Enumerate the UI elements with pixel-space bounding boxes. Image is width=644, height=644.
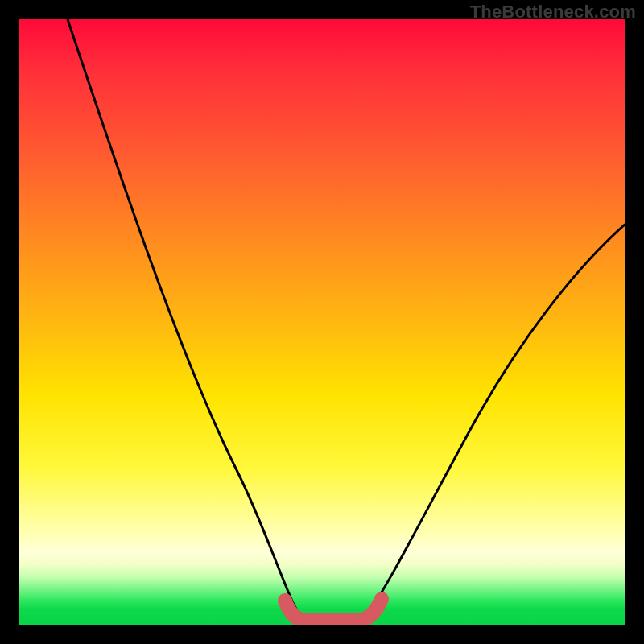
curve-right [367, 225, 625, 615]
curves-svg [19, 19, 625, 625]
curve-left [68, 19, 299, 615]
chart-frame: TheBottleneck.com [0, 0, 644, 644]
plot-area [19, 19, 625, 625]
sweet-spot-highlight [285, 599, 382, 620]
watermark-text: TheBottleneck.com [470, 2, 636, 23]
